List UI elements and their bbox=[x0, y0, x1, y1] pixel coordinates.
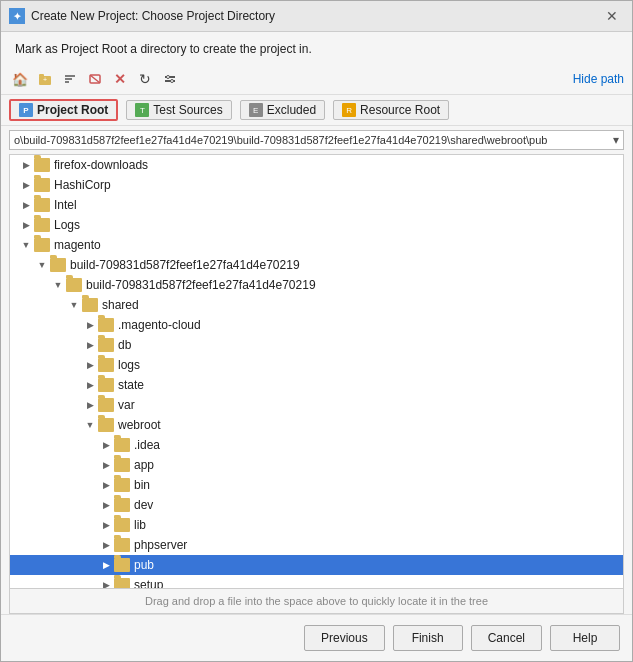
toolbar: 🏠 + ✕ ↻ Hide path bbox=[1, 64, 632, 95]
tree-item[interactable]: ▶pub bbox=[10, 555, 623, 575]
tree-arrow-icon: ▶ bbox=[98, 537, 114, 553]
tree-arrow-icon: ▶ bbox=[18, 177, 34, 193]
svg-point-10 bbox=[167, 76, 170, 79]
help-button[interactable]: Help bbox=[550, 625, 620, 651]
tree-item[interactable]: ▼build-709831d587f2feef1e27fa41d4e70219 bbox=[10, 275, 623, 295]
tree-item-label: setup bbox=[134, 578, 623, 589]
tree-arrow-icon: ▶ bbox=[98, 577, 114, 589]
tree-arrow-icon: ▶ bbox=[18, 217, 34, 233]
tree-item-label: pub bbox=[134, 558, 623, 572]
excluded-icon: E bbox=[249, 103, 263, 117]
tree-item[interactable]: ▼shared bbox=[10, 295, 623, 315]
tree-item-label: bin bbox=[134, 478, 623, 492]
tree-item-label: dev bbox=[134, 498, 623, 512]
folder-icon bbox=[114, 478, 130, 492]
folder-icon bbox=[98, 358, 114, 372]
folder-icon bbox=[34, 238, 50, 252]
folder-icon bbox=[34, 158, 50, 172]
tree-arrow-icon: ▶ bbox=[98, 477, 114, 493]
tree-item[interactable]: ▶phpserver bbox=[10, 535, 623, 555]
drag-drop-hint: Drag and drop a file into the space abov… bbox=[9, 589, 624, 614]
test-sources-icon: T bbox=[135, 103, 149, 117]
folder-icon bbox=[82, 298, 98, 312]
test-sources-label: Test Sources bbox=[153, 103, 222, 117]
dialog-icon: ✦ bbox=[9, 8, 25, 24]
close-button[interactable]: ✕ bbox=[600, 7, 624, 25]
tree-item[interactable]: ▶app bbox=[10, 455, 623, 475]
tree-item-label: webroot bbox=[118, 418, 623, 432]
tree-arrow-icon: ▶ bbox=[82, 397, 98, 413]
folder-icon bbox=[98, 338, 114, 352]
tree-item[interactable]: ▶state bbox=[10, 375, 623, 395]
tree-item[interactable]: ▶db bbox=[10, 335, 623, 355]
tree-arrow-icon: ▼ bbox=[34, 257, 50, 273]
folder-icon bbox=[34, 218, 50, 232]
tree-item-label: logs bbox=[118, 358, 623, 372]
tree-item-label: Logs bbox=[54, 218, 623, 232]
tree-item-label: state bbox=[118, 378, 623, 392]
resource-root-button[interactable]: R Resource Root bbox=[333, 100, 449, 120]
excluded-label: Excluded bbox=[267, 103, 316, 117]
title-bar: ✦ Create New Project: Choose Project Dir… bbox=[1, 1, 632, 32]
resource-root-icon: R bbox=[342, 103, 356, 117]
svg-point-11 bbox=[171, 80, 174, 83]
svg-text:+: + bbox=[43, 76, 47, 83]
tree-arrow-icon: ▶ bbox=[82, 357, 98, 373]
tree-arrow-icon: ▼ bbox=[50, 277, 66, 293]
previous-button[interactable]: Previous bbox=[304, 625, 385, 651]
tree-item[interactable]: ▶bin bbox=[10, 475, 623, 495]
tree-item[interactable]: ▼webroot bbox=[10, 415, 623, 435]
finish-button[interactable]: Finish bbox=[393, 625, 463, 651]
refresh-button[interactable]: ↻ bbox=[134, 68, 156, 90]
tree-arrow-icon: ▼ bbox=[82, 417, 98, 433]
excluded-button[interactable]: E Excluded bbox=[240, 100, 325, 120]
tree-item-label: shared bbox=[102, 298, 623, 312]
tree-item[interactable]: ▶lib bbox=[10, 515, 623, 535]
new-folder-button[interactable]: + bbox=[34, 68, 56, 90]
tree-arrow-icon: ▶ bbox=[18, 197, 34, 213]
tree-item[interactable]: ▶var bbox=[10, 395, 623, 415]
tree-arrow-icon: ▼ bbox=[18, 237, 34, 253]
marks-toolbar: P Project Root T Test Sources E Excluded… bbox=[1, 95, 632, 126]
tree-item-label: .magento-cloud bbox=[118, 318, 623, 332]
tree-item-label: app bbox=[134, 458, 623, 472]
tree-item-label: firefox-downloads bbox=[54, 158, 623, 172]
folder-icon bbox=[66, 278, 82, 292]
folder-icon bbox=[114, 498, 130, 512]
project-root-button[interactable]: P Project Root bbox=[9, 99, 118, 121]
show-hidden-button[interactable] bbox=[84, 68, 106, 90]
test-sources-button[interactable]: T Test Sources bbox=[126, 100, 231, 120]
folder-icon bbox=[98, 378, 114, 392]
tree-item[interactable]: ▼build-709831d587f2feef1e27fa41d4e70219 bbox=[10, 255, 623, 275]
folder-icon bbox=[98, 418, 114, 432]
folder-icon bbox=[114, 558, 130, 572]
tree-item[interactable]: ▶.idea bbox=[10, 435, 623, 455]
folder-icon bbox=[114, 458, 130, 472]
tree-item-label: build-709831d587f2feef1e27fa41d4e70219 bbox=[86, 278, 623, 292]
hide-path-link[interactable]: Hide path bbox=[573, 72, 624, 86]
tree-item[interactable]: ▼magento bbox=[10, 235, 623, 255]
tree-item-label: HashiCorp bbox=[54, 178, 623, 192]
file-tree[interactable]: ▶firefox-downloads▶HashiCorp▶Intel▶Logs▼… bbox=[9, 154, 624, 589]
svg-line-7 bbox=[90, 75, 100, 83]
tree-arrow-icon: ▶ bbox=[98, 557, 114, 573]
tree-item[interactable]: ▶Intel bbox=[10, 195, 623, 215]
delete-button[interactable]: ✕ bbox=[109, 68, 131, 90]
tree-item[interactable]: ▶firefox-downloads bbox=[10, 155, 623, 175]
tree-item[interactable]: ▶logs bbox=[10, 355, 623, 375]
collapse-button[interactable] bbox=[59, 68, 81, 90]
path-dropdown-button[interactable]: ▾ bbox=[613, 133, 619, 147]
tree-item[interactable]: ▶setup bbox=[10, 575, 623, 589]
home-button[interactable]: 🏠 bbox=[9, 68, 31, 90]
tree-item[interactable]: ▶.magento-cloud bbox=[10, 315, 623, 335]
tree-arrow-icon: ▼ bbox=[66, 297, 82, 313]
tree-item[interactable]: ▶dev bbox=[10, 495, 623, 515]
tree-item[interactable]: ▶HashiCorp bbox=[10, 175, 623, 195]
folder-icon bbox=[114, 438, 130, 452]
folder-icon bbox=[114, 518, 130, 532]
settings-button[interactable] bbox=[159, 68, 181, 90]
path-text: o\build-709831d587f2feef1e27fa41d4e70219… bbox=[14, 134, 609, 146]
cancel-button[interactable]: Cancel bbox=[471, 625, 542, 651]
tree-item[interactable]: ▶Logs bbox=[10, 215, 623, 235]
folder-icon bbox=[34, 198, 50, 212]
